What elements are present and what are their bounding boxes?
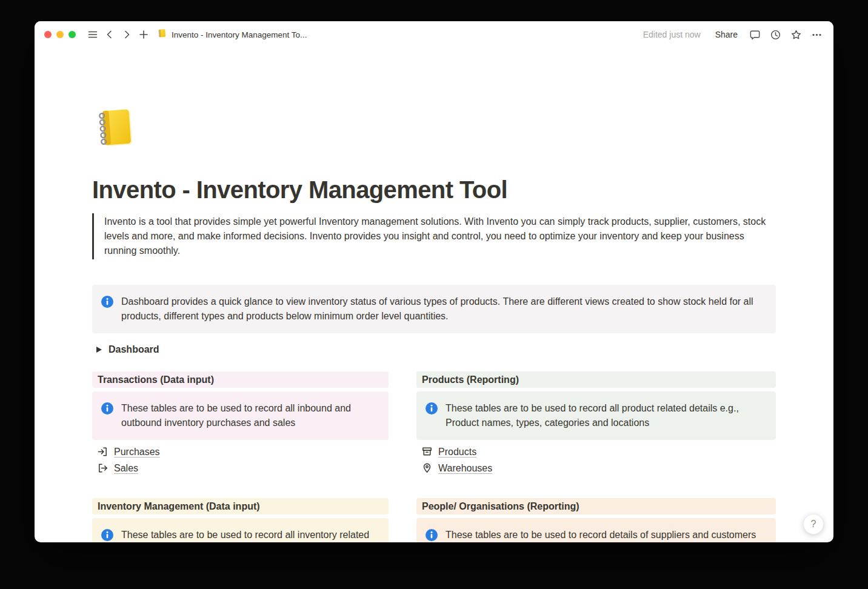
page-link-warehouses[interactable]: Warehouses xyxy=(416,460,497,476)
dashboard-toggle[interactable]: Dashboard xyxy=(92,342,159,357)
products-heading: Products (Reporting) xyxy=(416,371,776,388)
page-link-products[interactable]: Products xyxy=(416,444,481,460)
products-column: Products (Reporting) These tables are to… xyxy=(416,371,776,476)
transactions-callout: These tables are to be used to record al… xyxy=(92,391,389,440)
columns-row-2: Inventory Management (Data input) These … xyxy=(92,498,776,542)
inventory-column: Inventory Management (Data input) These … xyxy=(92,498,389,542)
plus-icon xyxy=(138,29,149,40)
chevron-right-icon xyxy=(121,29,132,40)
zoom-window-button[interactable] xyxy=(68,31,76,38)
page-title: Invento - Inventory Management Tool xyxy=(92,175,776,204)
window-title: Invento - Inventory Management To... xyxy=(172,30,307,39)
dashboard-callout-text: Dashboard provides a quick glance to vie… xyxy=(121,294,766,324)
archive-box-icon xyxy=(421,446,433,458)
notebook-icon xyxy=(157,28,167,41)
page-icon-notebook[interactable] xyxy=(92,106,776,150)
info-icon xyxy=(425,528,438,542)
transactions-heading: Transactions (Data input) xyxy=(92,371,389,388)
page-link-sales[interactable]: Sales xyxy=(92,460,143,476)
products-callout: These tables are to be used to record al… xyxy=(416,391,776,440)
info-icon xyxy=(425,402,438,419)
people-heading: People/ Organisations (Reporting) xyxy=(416,498,776,514)
more-options-button[interactable] xyxy=(808,26,825,43)
clock-icon xyxy=(770,29,781,41)
new-tab-button[interactable] xyxy=(135,26,152,43)
info-icon xyxy=(101,528,114,542)
chevron-left-icon xyxy=(104,29,115,40)
arrow-exit-icon xyxy=(97,462,109,474)
columns-row-1: Transactions (Data input) These tables a… xyxy=(92,371,776,476)
transactions-column: Transactions (Data input) These tables a… xyxy=(92,371,389,476)
edited-status: Edited just now xyxy=(643,30,701,39)
favorite-button[interactable] xyxy=(787,26,804,43)
products-links: Products Warehouses xyxy=(416,444,776,476)
inventory-callout: These tables are to be used to record al… xyxy=(92,518,389,542)
page-link-label: Products xyxy=(438,447,476,458)
ellipsis-icon xyxy=(811,29,823,41)
page-link-label: Purchases xyxy=(114,447,160,458)
page-link-purchases[interactable]: Purchases xyxy=(92,444,165,460)
dashboard-toggle-label: Dashboard xyxy=(109,344,159,355)
info-icon xyxy=(101,402,114,419)
page-link-label: Warehouses xyxy=(438,463,492,474)
location-pin-icon xyxy=(421,462,433,474)
page-body: Invento - Inventory Management Tool Inve… xyxy=(92,48,776,542)
transactions-callout-text: These tables are to be used to record al… xyxy=(121,401,379,430)
people-callout-text: These tables are to be used to record de… xyxy=(446,528,756,542)
comments-button[interactable] xyxy=(746,26,763,43)
minimize-window-button[interactable] xyxy=(56,31,64,38)
transactions-links: Purchases Sales xyxy=(92,444,389,476)
app-window: Invento - Inventory Management To... Edi… xyxy=(35,21,833,542)
products-callout-text: These tables are to be used to record al… xyxy=(446,401,766,430)
history-button[interactable] xyxy=(767,26,784,43)
back-button[interactable] xyxy=(101,26,118,43)
breadcrumb[interactable]: Invento - Inventory Management To... xyxy=(157,28,307,41)
hamburger-icon xyxy=(87,29,98,40)
titlebar-actions: Edited just now Share xyxy=(643,26,825,43)
arrow-enter-icon xyxy=(97,446,109,458)
titlebar: Invento - Inventory Management To... Edi… xyxy=(35,21,833,48)
people-column: People/ Organisations (Reporting) These … xyxy=(416,498,776,542)
window-controls xyxy=(44,31,76,38)
help-button[interactable]: ? xyxy=(803,514,824,534)
sidebar-menu-button[interactable] xyxy=(84,26,101,43)
toggle-triangle-icon xyxy=(96,347,102,353)
dashboard-callout: Dashboard provides a quick glance to vie… xyxy=(92,285,776,333)
intro-quote-block: Invento is a tool that provides simple y… xyxy=(92,213,776,259)
inventory-heading: Inventory Management (Data input) xyxy=(92,498,389,514)
inventory-callout-text: These tables are to be used to record al… xyxy=(121,528,379,542)
page-scroll-area[interactable]: Invento - Inventory Management Tool Inve… xyxy=(35,48,833,542)
page-link-label: Sales xyxy=(114,463,138,474)
comment-icon xyxy=(749,29,761,41)
star-icon xyxy=(790,29,802,41)
forward-button[interactable] xyxy=(118,26,135,43)
close-window-button[interactable] xyxy=(44,31,52,38)
info-icon xyxy=(101,295,114,313)
people-callout: These tables are to be used to record de… xyxy=(416,518,776,542)
share-button[interactable]: Share xyxy=(710,27,743,42)
